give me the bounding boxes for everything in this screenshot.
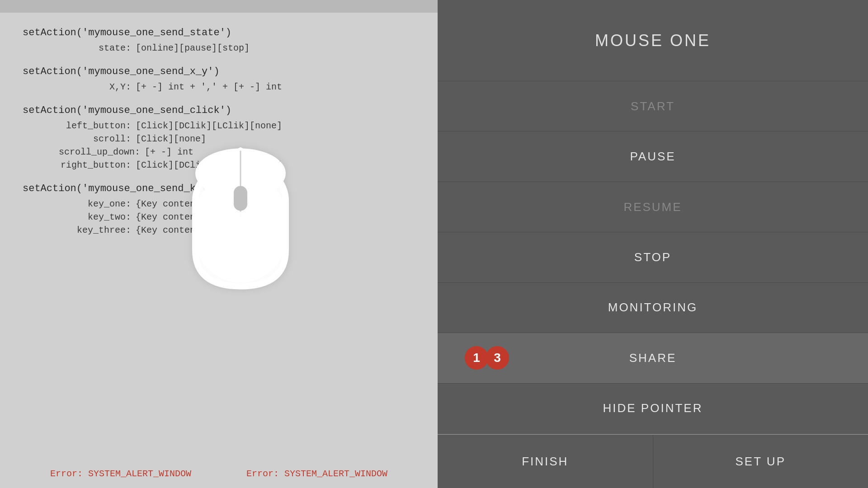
menu-label-stop: STOP xyxy=(634,250,671,264)
right-panel: MOUSE ONE START PAUSE RESUME STOP MONITO… xyxy=(438,0,868,488)
title-section: MOUSE ONE xyxy=(438,0,868,81)
param-name-key-three: key_three: xyxy=(59,225,131,235)
param-scroll: scroll: [Click][none] xyxy=(59,134,415,144)
menu-item-monitoring[interactable]: MONITORING xyxy=(438,283,868,333)
param-value-left-button: [Click][DClik][LClik][none] xyxy=(136,121,282,131)
share-badges: 1 3 xyxy=(465,346,509,370)
param-left-button: left_button: [Click][DClik][LClik][none] xyxy=(59,121,415,131)
setup-button[interactable]: SET UP xyxy=(653,435,868,488)
menu-label-resume: RESUME xyxy=(623,200,682,214)
top-bar xyxy=(0,0,438,13)
param-state: state: [online][pause][stop] xyxy=(59,43,415,53)
code-block-xy: setAction('mymouse_one_send_x_y') X,Y: [… xyxy=(23,66,415,92)
badge-1: 1 xyxy=(465,346,488,370)
param-xy: X,Y: [+ -] int + ',' + [+ -] int xyxy=(59,82,415,92)
menu-item-resume[interactable]: RESUME xyxy=(438,182,868,232)
param-value-scroll: [Click][none] xyxy=(136,134,206,144)
param-name-key-one: key_one: xyxy=(59,199,131,209)
menu-item-pause[interactable]: PAUSE xyxy=(438,131,868,182)
function-click: setAction('mymouse_one_send_click') xyxy=(23,105,415,116)
menu-item-share[interactable]: 1 3 SHARE xyxy=(438,333,868,383)
function-xy: setAction('mymouse_one_send_x_y') xyxy=(23,66,415,77)
bottom-row: FINISH SET UP xyxy=(438,434,868,488)
param-value-xy: [+ -] int + ',' + [+ -] int xyxy=(136,82,282,92)
param-name-key-two: key_two: xyxy=(59,212,131,222)
param-value-scroll-updown: [+ -] int xyxy=(145,147,193,157)
finish-label: FINISH xyxy=(522,455,568,469)
mouse-illustration xyxy=(191,146,290,293)
menu-item-start[interactable]: START xyxy=(438,81,868,131)
param-name-left-button: left_button: xyxy=(59,121,131,131)
finish-button[interactable]: FINISH xyxy=(438,435,653,488)
menu-label-monitoring: MONITORING xyxy=(608,300,698,314)
menu-label-pause: PAUSE xyxy=(630,150,675,164)
menu-item-hide-pointer[interactable]: HIDE POINTER xyxy=(438,384,868,434)
error-right: Error: SYSTEM_ALERT_WINDOW xyxy=(246,469,387,479)
error-row: Error: SYSTEM_ALERT_WINDOW Error: SYSTEM… xyxy=(0,469,438,479)
param-name-scroll: scroll: xyxy=(59,134,131,144)
param-value-state: [online][pause][stop] xyxy=(136,43,250,53)
menu-label-hide-pointer: HIDE POINTER xyxy=(603,401,703,415)
svg-rect-5 xyxy=(234,186,247,211)
menu-label-start: START xyxy=(631,99,675,113)
menu-item-stop[interactable]: STOP xyxy=(438,232,868,282)
function-state: setAction('mymouse_one_send_state') xyxy=(23,27,415,38)
param-name-scroll-updown: scroll_up_down: xyxy=(59,147,140,157)
param-name-state: state: xyxy=(59,43,131,53)
menu-label-share: SHARE xyxy=(629,351,677,365)
error-left: Error: SYSTEM_ALERT_WINDOW xyxy=(50,469,191,479)
param-name-right-button: right_button: xyxy=(59,160,131,170)
mouse-icon xyxy=(191,146,290,291)
badge-3: 3 xyxy=(486,346,509,370)
left-panel: setAction('mymouse_one_send_state') stat… xyxy=(0,0,438,488)
menu-items: START PAUSE RESUME STOP MONITORING 1 3 S… xyxy=(438,81,868,434)
panel-title: MOUSE ONE xyxy=(595,31,711,50)
param-name-xy: X,Y: xyxy=(59,82,131,92)
setup-label: SET UP xyxy=(736,455,786,469)
code-block-state: setAction('mymouse_one_send_state') stat… xyxy=(23,27,415,53)
